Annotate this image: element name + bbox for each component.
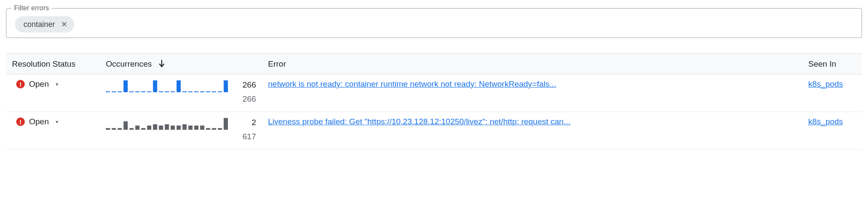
svg-rect-17 bbox=[206, 91, 210, 92]
svg-rect-34 bbox=[183, 124, 187, 130]
col-header-status[interactable]: Resolution Status bbox=[6, 54, 100, 74]
error-status-icon: ! bbox=[16, 80, 25, 88]
svg-rect-4 bbox=[129, 91, 134, 92]
col-header-error[interactable]: Error bbox=[262, 54, 802, 74]
svg-rect-35 bbox=[188, 126, 192, 130]
svg-rect-41 bbox=[224, 118, 228, 130]
svg-rect-21 bbox=[106, 128, 110, 130]
status-label: Open bbox=[29, 79, 49, 89]
resolution-status-dropdown[interactable]: ! Open ▼ bbox=[12, 79, 94, 89]
svg-rect-3 bbox=[123, 80, 128, 92]
svg-rect-11 bbox=[171, 91, 175, 92]
svg-rect-25 bbox=[129, 128, 134, 130]
svg-rect-32 bbox=[171, 126, 175, 130]
svg-rect-28 bbox=[147, 126, 151, 130]
col-header-occurrences-label: Occurrences bbox=[106, 59, 152, 68]
svg-rect-33 bbox=[177, 126, 181, 130]
svg-rect-13 bbox=[183, 91, 187, 92]
resolution-status-dropdown[interactable]: ! Open ▼ bbox=[12, 117, 94, 126]
svg-rect-1 bbox=[112, 91, 116, 92]
errors-table: Resolution Status Occurrences Error Seen… bbox=[6, 53, 862, 150]
col-header-occurrences[interactable]: Occurrences bbox=[100, 54, 262, 74]
occurrence-count: 2 bbox=[251, 117, 256, 129]
occurrence-count: 266 bbox=[242, 79, 256, 91]
svg-rect-36 bbox=[194, 126, 198, 130]
svg-rect-0 bbox=[106, 91, 110, 92]
svg-rect-27 bbox=[141, 128, 146, 130]
svg-rect-12 bbox=[177, 80, 181, 92]
occurrence-total: 617 bbox=[242, 131, 256, 143]
svg-rect-24 bbox=[123, 121, 128, 130]
seen-in-link[interactable]: k8s_pods bbox=[808, 79, 856, 89]
svg-rect-8 bbox=[153, 80, 157, 92]
svg-rect-22 bbox=[112, 128, 116, 130]
col-header-error-label: Error bbox=[268, 59, 286, 68]
occurrences-sparkline bbox=[106, 117, 230, 130]
status-label: Open bbox=[29, 117, 49, 126]
svg-rect-5 bbox=[135, 91, 140, 92]
table-header-row: Resolution Status Occurrences Error Seen… bbox=[6, 54, 862, 74]
chevron-down-icon: ▼ bbox=[55, 82, 59, 87]
table-row: ! Open ▼ 2 617 Liveness probe failed: Ge… bbox=[6, 112, 862, 150]
svg-rect-7 bbox=[147, 91, 151, 92]
filter-chip-container[interactable]: container ✕ bbox=[15, 16, 74, 32]
sort-descending-icon bbox=[158, 60, 165, 70]
svg-rect-15 bbox=[194, 91, 198, 92]
occurrence-total: 266 bbox=[242, 94, 256, 105]
svg-rect-30 bbox=[159, 126, 163, 130]
svg-rect-26 bbox=[135, 126, 140, 130]
col-header-seen-in[interactable]: Seen In bbox=[802, 54, 862, 74]
table-row: ! Open ▼ 266 266 network is not ready: c… bbox=[6, 74, 862, 112]
col-header-status-label: Resolution Status bbox=[12, 59, 76, 68]
svg-rect-37 bbox=[200, 126, 204, 130]
seen-in-link[interactable]: k8s_pods bbox=[808, 117, 856, 126]
error-message-link[interactable]: network is not ready: container runtime … bbox=[268, 79, 796, 89]
svg-rect-10 bbox=[165, 91, 169, 92]
svg-rect-23 bbox=[118, 128, 122, 130]
error-status-icon: ! bbox=[16, 117, 25, 126]
svg-rect-14 bbox=[188, 91, 192, 92]
filter-legend: Filter errors bbox=[12, 4, 52, 12]
chevron-down-icon: ▼ bbox=[55, 120, 59, 124]
remove-chip-icon[interactable]: ✕ bbox=[61, 21, 67, 28]
svg-rect-6 bbox=[141, 91, 146, 92]
svg-rect-16 bbox=[200, 91, 204, 92]
svg-rect-29 bbox=[153, 124, 157, 130]
svg-rect-19 bbox=[218, 91, 222, 92]
error-message-link[interactable]: Liveness probe failed: Get "https://10.2… bbox=[268, 117, 796, 126]
svg-rect-18 bbox=[212, 91, 216, 92]
svg-rect-31 bbox=[165, 124, 169, 130]
svg-rect-2 bbox=[118, 91, 122, 92]
col-header-seen-in-label: Seen In bbox=[808, 59, 836, 68]
filter-chip-label: container bbox=[23, 21, 55, 28]
svg-rect-40 bbox=[218, 128, 222, 130]
svg-rect-20 bbox=[224, 80, 228, 92]
svg-rect-39 bbox=[212, 128, 216, 130]
filter-errors-field[interactable]: Filter errors container ✕ bbox=[6, 4, 862, 38]
occurrences-sparkline bbox=[106, 79, 230, 92]
svg-rect-38 bbox=[206, 128, 210, 130]
svg-rect-9 bbox=[159, 91, 163, 92]
